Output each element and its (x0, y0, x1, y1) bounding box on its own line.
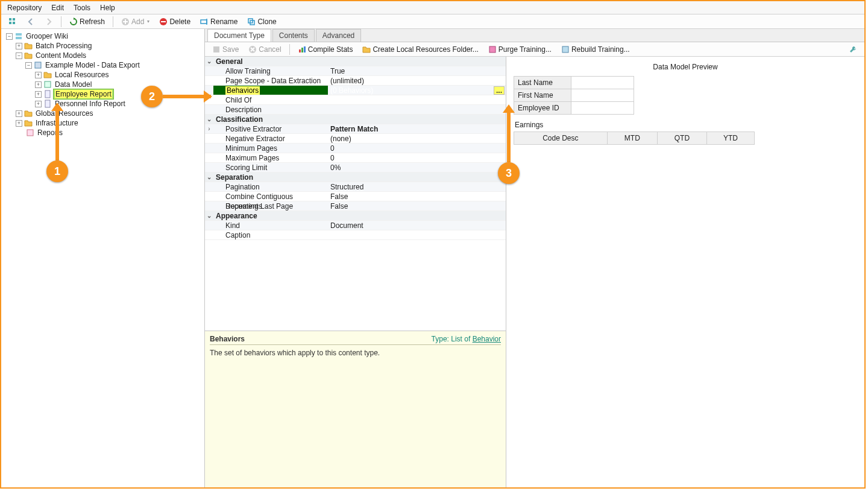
tree-infrastructure[interactable]: + Infrastructure (4, 118, 204, 128)
tab-advanced[interactable]: Advanced (316, 29, 361, 42)
callout-arrow-1 (55, 105, 59, 160)
rebuild-training-button[interactable]: Rebuild Training... (558, 43, 634, 55)
tree-content-models[interactable]: − Content Models (4, 51, 204, 60)
help-title: Behaviors (210, 335, 245, 343)
tree-global-res-label: Global Resources (34, 109, 94, 118)
nav-home-button[interactable] (5, 16, 20, 28)
prop-negative-extractor[interactable]: Negative Extractor(none) (205, 134, 506, 144)
expander-icon[interactable]: + (35, 91, 42, 98)
tree-personnel-report[interactable]: + Personnel Info Report (4, 99, 204, 109)
help-box: Behaviors Type: List of Behavior The set… (205, 331, 506, 487)
menu-repository[interactable]: Repository (7, 4, 42, 12)
nav-back-button[interactable] (23, 16, 39, 28)
earnings-table: Code Desc MTD QTD YTD (514, 131, 755, 145)
settings-button[interactable] (845, 43, 861, 55)
prop-allow-training[interactable]: Allow TrainingTrue (205, 66, 506, 76)
expander-icon[interactable]: + (16, 120, 22, 127)
expander-icon[interactable]: + (35, 72, 42, 78)
svg-rect-2 (9, 22, 11, 24)
nav-forward-button[interactable] (41, 16, 57, 28)
prop-page-scope[interactable]: Page Scope - Data Extraction(unlimited) (205, 76, 506, 86)
tree-reports[interactable]: Reports (4, 128, 204, 138)
prop-positive-extractor[interactable]: ›Positive ExtractorPattern Match (205, 124, 506, 134)
add-button[interactable]: Add ▾ (118, 16, 153, 28)
col-code[interactable]: Code Desc (514, 132, 608, 145)
tree-batch[interactable]: + Batch Processing (4, 41, 204, 51)
separator (289, 44, 290, 55)
expander-icon[interactable]: + (35, 101, 42, 107)
tab-document-type[interactable]: Document Type (207, 29, 271, 42)
tree-data-model[interactable]: + Data Model (4, 80, 204, 89)
tree-root[interactable]: − Grooper Wiki (4, 31, 204, 41)
property-grid[interactable]: ⌄General Allow TrainingTrue Page Scope -… (205, 57, 506, 331)
server-icon (14, 32, 23, 40)
help-description: The set of behaviors which apply to this… (210, 345, 501, 357)
menu-help[interactable]: Help (100, 4, 115, 12)
cat-separation[interactable]: ⌄Separation (205, 173, 506, 182)
col-ytd[interactable]: YTD (706, 132, 754, 145)
field-value[interactable] (571, 89, 634, 102)
expander-icon[interactable]: − (6, 33, 13, 40)
compile-stats-button[interactable]: Compile Stats (294, 43, 357, 55)
prop-kind[interactable]: KindDocument (205, 221, 506, 230)
svg-rect-14 (45, 81, 51, 87)
prop-child-of[interactable]: Child Of (205, 95, 506, 105)
add-label: Add (131, 17, 144, 26)
ellipsis-button[interactable]: ... (494, 86, 505, 95)
reports-icon (26, 128, 34, 137)
prop-repeating[interactable]: Repeating Last PageFalse (205, 201, 506, 211)
help-type: Type: List of Behavior (432, 335, 501, 343)
create-local-resources-button[interactable]: Create Local Resources Folder... (359, 43, 482, 55)
prop-max-pages[interactable]: Maximum Pages0 (205, 153, 506, 163)
model-icon (34, 61, 42, 69)
col-qtd[interactable]: QTD (657, 132, 706, 145)
svg-rect-22 (304, 46, 306, 52)
main-toolbar: Refresh Add ▾ Delete Rename Clone (1, 14, 864, 29)
help-title-row: Behaviors Type: List of Behavior (210, 335, 501, 345)
field-value[interactable] (571, 102, 634, 115)
purge-training-button[interactable]: Purge Training... (485, 43, 555, 55)
menubar: Repository Edit Tools Help (1, 1, 864, 14)
tree-reports-label: Reports (36, 128, 64, 138)
prop-caption[interactable]: Caption (205, 230, 506, 240)
prop-min-pages[interactable]: Minimum Pages0 (205, 144, 506, 153)
cat-classification[interactable]: ⌄Classification (205, 115, 506, 124)
cat-general[interactable]: ⌄General (205, 57, 506, 66)
prop-scoring-limit[interactable]: Scoring Limit0% (205, 163, 506, 173)
svg-rect-17 (27, 130, 33, 136)
prop-pagination[interactable]: PaginationStructured (205, 182, 506, 192)
clone-button[interactable]: Clone (244, 16, 280, 28)
arrow-left-icon (27, 17, 35, 26)
prop-combine[interactable]: Combine Contiguous DocumentsFalse (205, 192, 506, 201)
tree-global-resources[interactable]: + Global Resources (4, 109, 204, 118)
col-mtd[interactable]: MTD (607, 132, 657, 145)
folder-icon (24, 119, 33, 127)
prop-behaviors[interactable]: Behaviors (0 Behaviors) ... (205, 86, 506, 95)
menu-edit[interactable]: Edit (51, 4, 64, 12)
cancel-button[interactable]: Cancel (245, 43, 285, 55)
svg-rect-18 (213, 46, 219, 52)
expander-icon[interactable]: + (16, 110, 22, 117)
cat-appearance[interactable]: ⌄Appearance (205, 211, 506, 221)
action-bar: Save Cancel Compile Stats Create Local R… (205, 42, 864, 57)
help-type-link[interactable]: Behavior (473, 335, 501, 343)
rename-button[interactable]: Rename (197, 16, 241, 28)
preview-row-lastname: Last Name (514, 77, 634, 89)
expander-icon[interactable]: − (16, 52, 22, 59)
refresh-button[interactable]: Refresh (66, 16, 108, 28)
expander-icon[interactable]: − (25, 62, 32, 69)
menu-tools[interactable]: Tools (74, 4, 90, 12)
delete-button[interactable]: Delete (156, 16, 194, 28)
prop-description[interactable]: Description (205, 105, 506, 115)
expander-icon[interactable]: + (16, 43, 22, 49)
save-button[interactable]: Save (209, 43, 242, 55)
svg-rect-12 (16, 37, 22, 39)
tree-local-resources[interactable]: + Local Resources (4, 70, 204, 80)
tab-contents[interactable]: Contents (272, 29, 315, 42)
expander-icon[interactable]: + (35, 81, 42, 88)
tree-example-model[interactable]: − Example Model - Data Export (4, 60, 204, 70)
field-value[interactable] (571, 77, 634, 89)
purge-label: Purge Training... (498, 45, 552, 54)
arrow-right-icon (45, 17, 53, 26)
tree: − Grooper Wiki + Batch Processing − Cont… (4, 31, 204, 138)
